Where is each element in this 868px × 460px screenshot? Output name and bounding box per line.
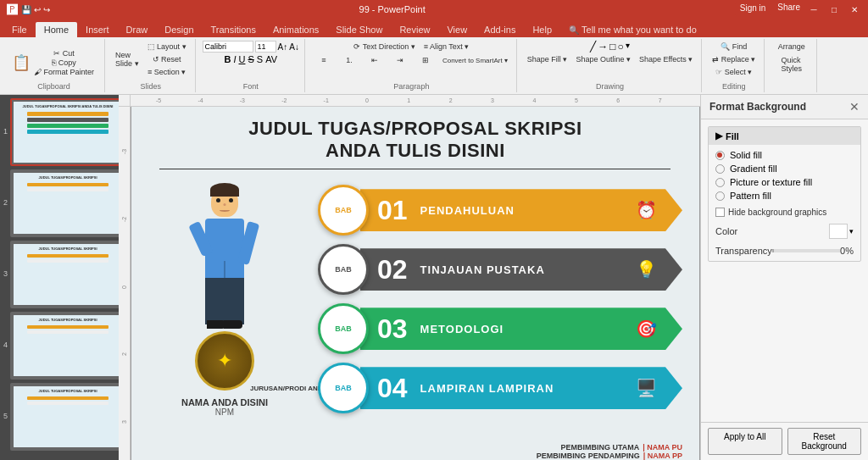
char-spacing-button[interactable]: AV xyxy=(265,54,277,64)
shadow-button[interactable]: S xyxy=(257,54,263,64)
gradient-fill-option[interactable]: Gradient fill xyxy=(715,163,854,174)
person-shoe-right xyxy=(224,320,242,329)
bab-row-4: JURUSAN/PRODI ANDA BAB 04 LAMPIRAN LAMPI… xyxy=(318,363,682,413)
picture-fill-radio[interactable] xyxy=(715,178,725,187)
select-button[interactable]: ☞ Select ▾ xyxy=(712,66,755,78)
format-panel-close-button[interactable]: ✕ xyxy=(849,100,860,114)
reset-background-button[interactable]: Reset Background xyxy=(787,428,862,455)
text-direction-button[interactable]: ⟳ Text Direction ▾ xyxy=(350,41,418,53)
pattern-fill-radio[interactable] xyxy=(715,191,725,201)
italic-button[interactable]: I xyxy=(233,54,236,64)
slide-thumb-5[interactable]: JUDUL TUGAS/PROPOSAL SKRIPSI xyxy=(10,383,119,451)
slide-thumb-4[interactable]: JUDUL TUGAS/PROPOSAL SKRIPSI xyxy=(10,312,119,380)
layout-button[interactable]: ⬚ Layout ▾ xyxy=(144,41,190,53)
canvas-wrapper: -5-4-3 -2-10 123 456 7 -3 -2 0 2 3 xyxy=(119,95,700,460)
shape-outline-button[interactable]: Shape Outline ▾ xyxy=(572,53,634,65)
tab-transitions[interactable]: Transitions xyxy=(203,22,264,37)
shape-oval-icon[interactable]: ○ xyxy=(618,41,624,53)
bab-number-4: 04 xyxy=(377,373,408,404)
tab-home[interactable]: Home xyxy=(36,22,77,37)
tab-review[interactable]: Review xyxy=(391,22,438,37)
column-button[interactable]: ⊞ xyxy=(414,54,437,66)
slide-canvas-area[interactable]: JUDUL TUGAS/PROPOSAL SKRIPSI ANDA TULIS … xyxy=(131,107,700,460)
name-section: NAMA ANDA DISINI NPM xyxy=(181,397,268,417)
share-button[interactable]: Share xyxy=(777,3,800,16)
canvas-content: -3 -2 0 2 3 JUDUL TUGAS/PROPOSAL SKRIPSI… xyxy=(119,107,700,460)
format-painter-button[interactable]: 🖌 Format Painter xyxy=(32,68,96,76)
copy-button[interactable]: ⎘ Copy xyxy=(32,58,96,67)
tab-tell-me[interactable]: 🔍Tell me what you want to do xyxy=(560,22,705,37)
transparency-slider[interactable] xyxy=(772,249,840,252)
ribbon-group-paragraph: ⟳ Text Direction ▾ ≡ Align Text ▾ ≡ 1. ⇤… xyxy=(307,39,517,92)
color-dropdown-arrow[interactable]: ▾ xyxy=(849,227,854,236)
underline-button[interactable]: U xyxy=(239,54,246,64)
close-button[interactable]: ✕ xyxy=(848,3,861,16)
tab-design[interactable]: Design xyxy=(156,22,202,37)
quick-styles-button[interactable]: QuickStyles xyxy=(778,54,806,75)
strikethrough-button[interactable]: S xyxy=(248,54,253,64)
name-label: NAMA ANDA DISINI xyxy=(181,397,268,407)
shape-more-icon[interactable]: ▾ xyxy=(626,41,630,53)
align-text-button[interactable]: ≡ Align Text ▾ xyxy=(420,41,473,53)
tab-file[interactable]: File xyxy=(3,22,36,37)
slide-thumb-3[interactable]: JUDUL TUGAS/PROPOSAL SKRIPSI xyxy=(10,241,119,308)
slide-thumb-1[interactable]: JUDUL TUGAS/PROPOSAL SKRIPSI ANDA TULIS … xyxy=(10,98,119,166)
pattern-fill-option[interactable]: Pattern fill xyxy=(715,191,854,201)
shape-line-icon[interactable]: ╱ xyxy=(590,41,596,53)
thumb-4-title: JUDUL TUGAS/PROPOSAL SKRIPSI xyxy=(39,319,97,323)
tab-view[interactable]: View xyxy=(438,22,476,37)
color-swatch[interactable] xyxy=(829,224,848,239)
signin-button[interactable]: Sign in xyxy=(735,3,771,16)
reset-button[interactable]: ↺ Reset xyxy=(144,53,190,65)
arrange-button[interactable]: Arrange xyxy=(775,41,809,53)
shape-effects-button[interactable]: Shape Effects ▾ xyxy=(636,53,696,65)
slide-5-container: 5 JUDUL TUGAS/PROPOSAL SKRIPSI xyxy=(3,383,115,451)
fill-header[interactable]: ▶ Fill xyxy=(709,127,860,145)
shape-fill-button[interactable]: Shape Fill ▾ xyxy=(524,53,571,65)
restore-button[interactable]: □ xyxy=(827,3,841,16)
increase-font-button[interactable]: A↑ xyxy=(278,42,288,52)
new-slide-button[interactable]: NewSlide ▾ xyxy=(112,41,142,78)
minimize-button[interactable]: ─ xyxy=(807,3,821,16)
replace-button[interactable]: ⇄ Replace ▾ xyxy=(709,53,759,65)
section-button[interactable]: ≡ Section ▾ xyxy=(144,66,190,78)
hide-background-row: Hide background graphics xyxy=(715,208,854,217)
fill-expand-icon: ▶ xyxy=(715,130,722,141)
bab-title-2: TINJAUAN PUSTAKA xyxy=(420,263,545,276)
slide-thumb-2[interactable]: JUDUL TUGAS/PROPOSAL SKRIPSI xyxy=(10,169,119,237)
paste-button[interactable]: 📋 ✂ Cut ⎘ Copy 🖌 Format Painter xyxy=(8,47,99,78)
solid-fill-radio[interactable] xyxy=(715,151,725,160)
hide-background-checkbox[interactable] xyxy=(715,208,725,217)
tab-addins[interactable]: Add-ins xyxy=(476,22,524,37)
cut-button[interactable]: ✂ Cut xyxy=(32,49,96,58)
tab-animations[interactable]: Animations xyxy=(264,22,327,37)
smartart-button[interactable]: Convert to SmartArt ▾ xyxy=(439,54,511,66)
picture-fill-option[interactable]: Picture or texture fill xyxy=(715,177,854,187)
tab-slideshow[interactable]: Slide Show xyxy=(327,22,391,37)
paste-icon: 📋 xyxy=(12,55,31,70)
slide-canvas[interactable]: JUDUL TUGAS/PROPOSAL SKRIPSI ANDA TULIS … xyxy=(131,107,700,460)
slide-3-number: 3 xyxy=(3,269,8,278)
bold-button[interactable]: B xyxy=(224,54,231,64)
increase-indent-button[interactable]: ⇥ xyxy=(388,54,412,66)
shape-rect-icon[interactable]: □ xyxy=(609,41,615,53)
bab-circle-1: BAB xyxy=(318,185,369,236)
font-size-input[interactable] xyxy=(255,41,276,53)
badge-emblem: ✦ xyxy=(195,331,254,391)
decrease-indent-button[interactable]: ⇤ xyxy=(363,54,387,66)
numbering-button[interactable]: 1. xyxy=(337,54,361,66)
apply-to-all-button[interactable]: Apply to All xyxy=(708,428,782,455)
solid-fill-option[interactable]: Solid fill xyxy=(715,150,854,160)
find-button[interactable]: 🔍 Find xyxy=(717,41,750,53)
horizontal-ruler: -5-4-3 -2-10 123 456 7 xyxy=(131,95,700,107)
bab-icon-4: 🖥️ xyxy=(636,378,657,398)
tab-draw[interactable]: Draw xyxy=(118,22,157,37)
tab-help[interactable]: Help xyxy=(524,22,560,37)
decrease-font-button[interactable]: A↓ xyxy=(289,42,299,52)
bullet-button[interactable]: ≡ xyxy=(312,54,336,66)
main-area: 1 JUDUL TUGAS/PROPOSAL SKRIPSI ANDA TULI… xyxy=(0,95,868,460)
gradient-fill-radio[interactable] xyxy=(715,164,725,174)
tab-insert[interactable]: Insert xyxy=(77,22,118,37)
shape-arrow-icon[interactable]: → xyxy=(598,41,608,53)
font-family-input[interactable] xyxy=(203,41,253,53)
